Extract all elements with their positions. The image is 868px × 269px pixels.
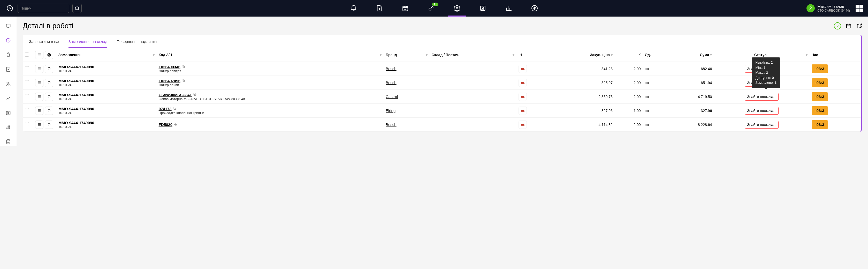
row-menu-button[interactable]	[35, 121, 43, 129]
copy-icon[interactable]	[173, 107, 176, 111]
nav-settings[interactable]	[452, 3, 462, 13]
row-menu-button[interactable]	[35, 65, 43, 73]
brand-link[interactable]: Castrol	[386, 94, 398, 99]
tab-0[interactable]: Запчастини в н/з	[29, 39, 59, 48]
header-menu-button[interactable]	[35, 51, 43, 59]
cloud-status-icon[interactable]	[519, 93, 527, 101]
cloud-status-icon[interactable]	[519, 107, 527, 115]
side-item-calendar[interactable]	[4, 109, 12, 117]
filter-icon[interactable]: ▾	[513, 53, 515, 57]
nav-key[interactable]: 11	[426, 3, 436, 13]
brand-link[interactable]: Elring	[386, 109, 396, 113]
table-header-row: Замовлення▾ Код З/Ч▾ Бренд▾ Склад / Пост…	[23, 48, 861, 62]
side-item-sliders[interactable]	[4, 123, 12, 131]
filter-icon[interactable]: ▾	[806, 53, 807, 57]
order-id: MMO-9444-1749090	[58, 79, 155, 83]
tooltip-line: Доступно: 0	[755, 75, 776, 81]
brand-link[interactable]: Bosch	[386, 122, 397, 127]
search-input[interactable]	[21, 6, 66, 10]
nav-reports[interactable]	[503, 3, 514, 13]
row-cart-button[interactable]	[45, 93, 53, 101]
cloud-status-icon[interactable]	[519, 79, 527, 87]
side-item-database[interactable]	[4, 138, 12, 146]
row-checkbox[interactable]	[25, 108, 29, 112]
sum-cell: 682.46	[668, 62, 714, 76]
row-checkbox[interactable]	[25, 66, 29, 70]
copy-icon[interactable]	[182, 65, 185, 69]
app-header: 11 Максим Іванов СТО CARBOOK (9444)	[0, 0, 868, 17]
user-avatar	[806, 4, 815, 12]
svg-point-6	[482, 7, 484, 8]
part-code-link[interactable]: F026407096	[159, 79, 180, 83]
side-item-gauge[interactable]	[4, 36, 12, 44]
copy-icon[interactable]	[174, 123, 177, 127]
unit-cell: шт	[643, 62, 668, 76]
part-code-link[interactable]: 074173	[159, 107, 172, 111]
global-search[interactable]	[18, 4, 69, 13]
nav-notifications[interactable]	[348, 3, 359, 13]
filter-icon[interactable]: ▾	[710, 53, 712, 57]
filter-icon[interactable]: ▾	[611, 53, 613, 57]
side-item-orders[interactable]	[4, 51, 12, 59]
find-supplier-button[interactable]: Знайти постачал.	[745, 93, 779, 100]
cloud-status-icon[interactable]	[519, 121, 527, 129]
tab-1[interactable]: Замовлення на склад	[68, 39, 107, 48]
side-item-dashboard[interactable]	[4, 22, 12, 30]
row-cart-button[interactable]	[45, 121, 53, 129]
row-cart-button[interactable]	[45, 65, 53, 73]
select-all-checkbox[interactable]	[25, 53, 29, 57]
filter-icon[interactable]: ▾	[426, 53, 428, 57]
nav-new-document[interactable]	[374, 3, 384, 13]
cloud-status-icon[interactable]	[519, 65, 527, 73]
part-code-link[interactable]: FD5820	[159, 122, 173, 127]
side-item-people[interactable]	[4, 80, 12, 88]
nav-calendar-check[interactable]	[400, 3, 410, 13]
side-item-documents[interactable]	[4, 65, 12, 73]
user-block[interactable]: Максим Іванов СТО CARBOOK (9444)	[806, 4, 863, 12]
svg-text:Z: Z	[861, 25, 862, 28]
tooltip-line: Кількість: 2	[755, 60, 776, 65]
page-header: Деталі в роботі AZ	[23, 22, 862, 30]
order-date: 10.10.24	[58, 83, 155, 87]
nav-key-badge: 11	[432, 3, 438, 6]
row-checkbox[interactable]	[25, 94, 29, 98]
part-description: Олива моторна MAGNATEC STOP-START 5W-30 …	[159, 97, 381, 101]
col-price: Закуп. ціна▾	[548, 48, 615, 62]
filter-icon[interactable]: ▾	[153, 53, 155, 57]
header-cancel-button[interactable]	[45, 51, 53, 59]
copy-icon[interactable]	[193, 93, 197, 97]
confirm-button[interactable]	[834, 22, 841, 29]
copy-icon[interactable]	[182, 79, 185, 83]
nav-contacts[interactable]	[478, 3, 488, 13]
brand-link[interactable]: Bosch	[386, 81, 397, 85]
unit-cell: шт	[643, 90, 668, 104]
bank-button[interactable]	[72, 4, 82, 13]
calendar-button[interactable]	[846, 23, 851, 29]
part-code-link[interactable]: CS5W30MSSC34L	[159, 93, 192, 97]
col-sum: Сума▾	[668, 48, 714, 62]
part-code-link[interactable]: F026400346	[159, 65, 180, 69]
qty-cell: 2.00	[615, 118, 643, 132]
sum-cell: 327.96	[668, 104, 714, 118]
row-checkbox[interactable]	[25, 80, 29, 84]
order-id: MMO-9444-1749090	[58, 121, 155, 125]
app-logo[interactable]	[5, 4, 14, 13]
row-menu-button[interactable]	[35, 93, 43, 101]
find-supplier-button[interactable]: Знайти постачал.	[745, 107, 779, 115]
nav-payments[interactable]	[529, 3, 540, 13]
tab-2[interactable]: Повернення надлишків	[117, 39, 158, 48]
row-cart-button[interactable]	[45, 107, 53, 115]
filter-icon[interactable]: ▾	[380, 53, 381, 57]
price-cell: 2 359.75	[548, 90, 615, 104]
unit-cell: шт	[643, 76, 668, 90]
row-checkbox[interactable]	[25, 122, 29, 126]
find-supplier-button[interactable]: Знайти постачал.	[745, 121, 779, 128]
apps-grid-icon[interactable]	[856, 5, 863, 12]
row-menu-button[interactable]	[35, 79, 43, 87]
unit-cell: шт	[643, 104, 668, 118]
brand-link[interactable]: Bosch	[386, 66, 397, 71]
row-menu-button[interactable]	[35, 107, 43, 115]
side-item-analytics[interactable]	[4, 94, 12, 102]
sort-button[interactable]: AZ	[856, 23, 862, 29]
row-cart-button[interactable]	[45, 79, 53, 87]
